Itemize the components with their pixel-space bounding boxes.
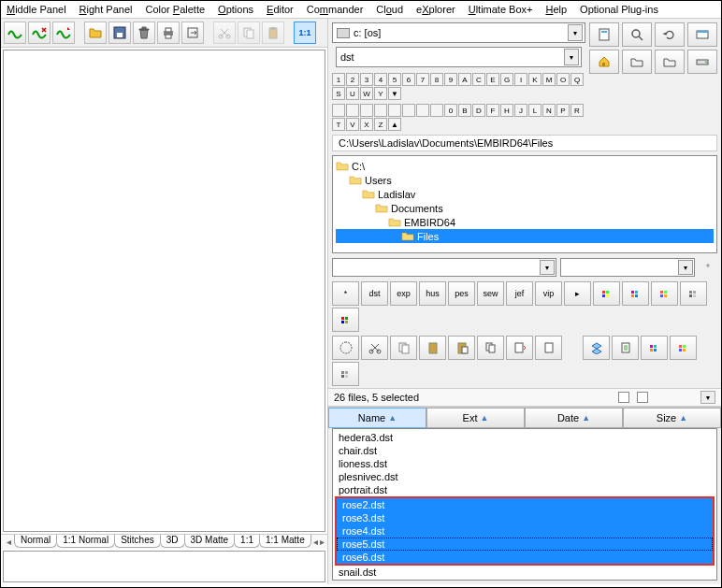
- file-item[interactable]: portrait.dst: [333, 483, 716, 496]
- delete-button[interactable]: [133, 22, 155, 44]
- alpha-R[interactable]: R: [570, 104, 584, 117]
- file-item[interactable]: plesnivec.dst: [333, 470, 716, 483]
- chevron-down-icon[interactable]: ▾: [540, 260, 555, 275]
- alpha-A[interactable]: A: [458, 73, 471, 86]
- refresh-button[interactable]: [655, 22, 685, 47]
- alpha-5[interactable]: 5: [388, 73, 401, 86]
- fmt-jef[interactable]: jef: [506, 281, 533, 306]
- tab-normal[interactable]: Normal: [14, 534, 57, 548]
- drive-selector[interactable]: c: [os] ▾: [332, 22, 585, 43]
- tab-1-1-matte[interactable]: 1:1 Matte: [259, 534, 311, 548]
- tool-docs[interactable]: [477, 336, 504, 360]
- chevron-down-icon[interactable]: ▾: [678, 260, 693, 275]
- file-item[interactable]: chair.dst: [333, 444, 716, 457]
- file-item[interactable]: rose3.dst: [337, 511, 713, 524]
- ext-filter-combo[interactable]: ▾: [560, 258, 696, 277]
- wave-tool-1[interactable]: [4, 22, 26, 44]
- tool-paste[interactable]: [419, 336, 446, 360]
- alpha-7[interactable]: 7: [416, 73, 429, 86]
- tab-3d[interactable]: 3D: [160, 534, 185, 548]
- menu-ultimate-box-[interactable]: Ultimate Box+: [469, 4, 533, 15]
- alpha-Q[interactable]: Q: [570, 73, 584, 86]
- fmt-hus[interactable]: hus: [419, 281, 446, 306]
- fmt-x[interactable]: *: [332, 281, 359, 306]
- tool-cut[interactable]: [361, 336, 388, 360]
- alpha-0[interactable]: 0: [444, 104, 457, 117]
- alpha-▲[interactable]: ▲: [388, 118, 401, 131]
- alpha-V[interactable]: V: [346, 118, 359, 131]
- alpha-F[interactable]: F: [486, 104, 499, 117]
- chevron-down-icon[interactable]: ▾: [568, 24, 583, 41]
- tab-3d-matte[interactable]: 3D Matte: [184, 534, 236, 548]
- home-button[interactable]: [589, 50, 619, 74]
- tab-1-1-normal[interactable]: 1:1 Normal: [56, 534, 115, 548]
- file-item[interactable]: lioness.dst: [333, 457, 716, 470]
- menu-cloud[interactable]: Cloud: [376, 4, 403, 15]
- open-button[interactable]: [84, 22, 107, 44]
- file-item[interactable]: rose4.dst: [337, 524, 713, 538]
- chevron-down-icon[interactable]: ▾: [564, 49, 579, 65]
- alpha-2[interactable]: 2: [346, 73, 359, 86]
- alpha-S[interactable]: S: [332, 87, 345, 100]
- menu-help[interactable]: Help: [545, 4, 567, 15]
- tab-scroll-right[interactable]: ◂ ▸: [310, 535, 327, 549]
- alpha-Z[interactable]: Z: [374, 118, 387, 131]
- tool-doc2[interactable]: [612, 336, 639, 360]
- tool-paste2[interactable]: [448, 336, 475, 360]
- wave-tool-2[interactable]: [28, 22, 51, 44]
- fmt-x[interactable]: ▸: [564, 281, 591, 306]
- filter-selector[interactable]: dst ▾: [336, 47, 582, 67]
- file-item[interactable]: rose6.dst: [337, 551, 713, 564]
- fmt-sew[interactable]: sew: [477, 281, 504, 306]
- alpha-9[interactable]: 9: [444, 73, 457, 86]
- alpha-G[interactable]: G: [500, 73, 513, 86]
- alpha-O[interactable]: O: [556, 73, 570, 86]
- save-card-button[interactable]: [589, 22, 619, 47]
- menu-optional-plug-ins[interactable]: Optional Plug-ins: [580, 4, 658, 15]
- save-button[interactable]: [108, 22, 131, 44]
- alpha-D[interactable]: D: [472, 104, 485, 117]
- tree-node-c[interactable]: C:\: [336, 159, 714, 173]
- menu-color-palette[interactable]: Color Palette: [146, 4, 206, 15]
- menu-editor[interactable]: Editor: [267, 4, 294, 15]
- folder-tree[interactable]: C:\UsersLadislavDocumentsEMBIRD64Files: [332, 155, 717, 253]
- alpha-▼[interactable]: ▼: [388, 87, 401, 100]
- tool-copy[interactable]: [390, 336, 417, 360]
- tree-node-documents[interactable]: Documents: [336, 201, 714, 215]
- tab-scroll-left[interactable]: ◂: [4, 535, 14, 549]
- file-item[interactable]: snail.dst: [333, 566, 716, 579]
- alpha-P[interactable]: P: [556, 104, 570, 117]
- tree-node-files[interactable]: Files: [336, 229, 714, 243]
- copy-button[interactable]: [238, 22, 260, 44]
- tool-shape[interactable]: [332, 336, 359, 360]
- view-palette[interactable]: [593, 281, 620, 306]
- alpha-I[interactable]: I: [514, 73, 527, 86]
- alpha-4[interactable]: 4: [374, 73, 387, 86]
- options-dropdown[interactable]: ▼: [700, 391, 715, 404]
- alpha-C[interactable]: C: [472, 73, 485, 86]
- name-filter-combo[interactable]: ▾: [332, 258, 556, 277]
- alpha-8[interactable]: 8: [430, 73, 443, 86]
- alpha-K[interactable]: K: [528, 73, 542, 86]
- export-button[interactable]: [181, 22, 204, 44]
- tool-doc-arrow[interactable]: [506, 336, 533, 360]
- checkbox-1[interactable]: [618, 392, 629, 403]
- fmt-vip[interactable]: vip: [535, 281, 562, 306]
- paste-button[interactable]: [262, 22, 284, 44]
- tool-grid1[interactable]: [641, 336, 668, 360]
- alpha-Y[interactable]: Y: [374, 87, 387, 100]
- checkbox-2[interactable]: [637, 392, 648, 403]
- cut-button[interactable]: [213, 22, 236, 44]
- alpha-6[interactable]: 6: [402, 73, 415, 86]
- file-list[interactable]: hedera3.dstchair.dstlioness.dstplesnivec…: [332, 428, 717, 581]
- tree-node-users[interactable]: Users: [336, 173, 714, 187]
- file-item[interactable]: rose5.dst: [337, 538, 713, 551]
- print-button[interactable]: [157, 22, 180, 44]
- file-item[interactable]: rose2.dst: [337, 498, 713, 511]
- alpha-M[interactable]: M: [542, 73, 556, 86]
- tool-grid2[interactable]: [670, 336, 697, 360]
- view-grid-color[interactable]: [651, 281, 678, 306]
- fmt-dst[interactable]: dst: [361, 281, 388, 306]
- alpha-3[interactable]: 3: [360, 73, 373, 86]
- menu-explorer[interactable]: eXplorer: [416, 4, 455, 15]
